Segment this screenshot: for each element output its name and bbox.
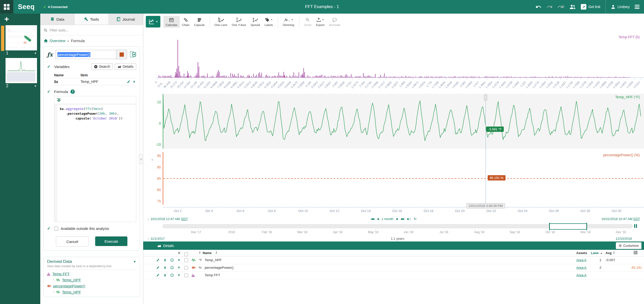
hamburger-menu[interactable] <box>635 4 639 10</box>
step-back-button[interactable]: ◀ <box>377 217 378 221</box>
sort-icon[interactable]: ▲▼ <box>216 251 217 254</box>
bolt-icon[interactable] <box>164 266 167 269</box>
asset-link[interactable]: Area A <box>576 258 587 262</box>
row-checkbox[interactable] <box>184 273 188 277</box>
toolbar-spread-button[interactable]: Spread <box>248 16 262 28</box>
formula-code[interactable]: $a.aggregate(fft(5min) .percentagePower(… <box>57 104 125 222</box>
range-end-link[interactable]: 10/31/2018 10:47 AM <box>601 217 632 221</box>
step-to-end-button[interactable]: ▶❘ <box>407 217 411 221</box>
step-back-fast-button[interactable]: ◀◀ <box>371 217 374 221</box>
export-table-icon[interactable] <box>634 251 637 255</box>
row-checkbox[interactable] <box>184 258 188 262</box>
range-start-link[interactable]: 10/1/2018 12:47 AM <box>151 217 180 221</box>
toolbar-calendar-button[interactable]: Calendar <box>163 16 180 28</box>
toolbar-one-y-axis-button[interactable]: One Y-Axis <box>229 16 248 28</box>
formula-editor[interactable]: $a.aggregate(fft(5min) .percentagePower(… <box>54 96 136 222</box>
range-end-timezone[interactable]: EDT <box>633 217 640 221</box>
column-header-lane[interactable]: Lane <box>591 251 598 255</box>
item-name[interactable]: Temp_HPF <box>205 258 222 262</box>
help-icon[interactable]: ? <box>70 89 75 94</box>
toolbar-chain-button[interactable]: Chain <box>180 16 192 28</box>
derived-item-link[interactable]: Temp_HPF <box>62 278 81 282</box>
info-icon[interactable] <box>170 273 174 277</box>
duration-link[interactable]: 1 month <box>381 217 393 221</box>
derived-item: Temp FFT <box>47 272 136 276</box>
remove-variable-icon[interactable]: × <box>133 79 135 84</box>
display-mode-button[interactable]: ▼ <box>146 16 160 27</box>
range-start-timezone[interactable]: EDT <box>181 217 188 221</box>
trend-chart-area[interactable]: 072.8...36.40924.27318.20414.56412.13610… <box>143 30 644 215</box>
edit-pencil-icon[interactable] <box>127 80 130 83</box>
toolbar-capsule-button[interactable]: Capsule <box>192 16 207 28</box>
asset-link[interactable]: Area A <box>576 266 587 269</box>
timeline-scrubber[interactable] <box>143 222 644 230</box>
remove-icon[interactable]: × <box>178 265 180 269</box>
formula-name-input[interactable]: percentagePower() <box>55 50 116 59</box>
edit-pencil-icon[interactable] <box>156 266 160 269</box>
item-name[interactable]: Temp FFT <box>205 273 220 277</box>
collapse-axis-handle[interactable]: « <box>151 157 153 162</box>
column-header-assets[interactable]: Assets <box>576 251 587 255</box>
worksheet-thumbnail-1[interactable] <box>6 25 37 50</box>
remove-icon[interactable]: × <box>178 273 180 277</box>
breadcrumb-overview-link[interactable]: Overview <box>50 39 65 43</box>
toolbar-one-lane-button[interactable]: One Lane <box>212 16 230 28</box>
row-checkbox[interactable] <box>184 266 188 270</box>
derived-item-link[interactable]: Temp_HPF <box>62 290 81 294</box>
svg-text:1.1745: 1.1745 <box>565 81 573 89</box>
investigate-start-link[interactable]: 11/1/2017 <box>151 237 165 240</box>
info-icon[interactable] <box>170 266 174 269</box>
investigate-range-row: ↑ 11/1/2017 1.1 years 12/10/2018 <box>143 235 644 241</box>
toolbar-dimming-button[interactable]: ▼Dimming <box>280 16 296 28</box>
execute-button[interactable]: Execute <box>95 236 127 246</box>
user-menu[interactable]: Lindsey <box>611 5 630 9</box>
edit-pencil-icon[interactable] <box>156 273 160 277</box>
step-forward-button[interactable]: ▶ <box>396 217 398 221</box>
toolbar-labels-button[interactable]: ▼Labels <box>262 16 275 28</box>
remove-all-icon[interactable]: ✕ <box>178 251 181 255</box>
add-worksheet-button[interactable]: + <box>4 15 40 23</box>
column-header-avg[interactable]: Avg <box>605 251 612 255</box>
svg-text:1.4003: 1.4003 <box>498 81 506 89</box>
chevron-down-icon[interactable]: ▼ <box>34 52 37 55</box>
move-to-journal-icon[interactable] <box>130 51 136 58</box>
asset-link[interactable]: Area A <box>576 273 587 277</box>
chevron-down-icon[interactable]: ▼ <box>34 84 37 87</box>
connection-status[interactable]: ✓ 4 Connected <box>43 5 68 9</box>
derived-item-link[interactable]: percentagePower() <box>53 284 85 288</box>
format-lines-icon[interactable] <box>57 98 61 102</box>
filter-tools-input[interactable]: Filter tools... <box>40 25 143 35</box>
available-outside-checkbox[interactable] <box>54 227 58 231</box>
variable-search-button[interactable]: + Search <box>91 63 113 70</box>
bolt-icon[interactable] <box>164 273 167 277</box>
edit-pencil-icon[interactable] <box>156 258 160 262</box>
tab-data[interactable]: Data <box>40 14 75 25</box>
info-icon[interactable] <box>170 258 174 262</box>
item-name[interactable]: percentagePower() <box>205 266 234 269</box>
refresh-icon[interactable]: ↻ <box>414 217 417 221</box>
remove-icon[interactable]: × <box>178 258 180 262</box>
toolbar-export-button[interactable]: ▼Export <box>314 16 327 28</box>
timeline-selection-window[interactable] <box>549 223 587 230</box>
get-link-button[interactable]: ↗ Get link <box>581 4 600 10</box>
step-forward-fast-button[interactable]: ▶▶ <box>401 217 404 221</box>
timeline-resize-icon[interactable] <box>634 224 637 228</box>
variable-details-button[interactable]: Details <box>115 63 136 70</box>
chevron-down-icon[interactable]: ▼ <box>133 260 136 263</box>
collaborators-button[interactable] <box>569 4 576 9</box>
worksheet-thumbnail-2[interactable] <box>6 58 37 83</box>
undo-button[interactable] <box>535 4 542 10</box>
app-grid-button[interactable] <box>0 0 13 14</box>
sort-icon[interactable]: ▲▼ <box>199 251 201 254</box>
cancel-button[interactable]: Cancel <box>56 236 89 247</box>
collapse-panel-handle[interactable]: « <box>139 154 143 164</box>
color-swatch-button[interactable] <box>116 50 127 59</box>
column-header-name[interactable]: Name <box>203 251 211 255</box>
tab-tools[interactable]: Tools <box>75 14 109 25</box>
investigate-end-link[interactable]: 12/10/2018 <box>616 237 632 240</box>
derived-item-link[interactable]: Temp FFT <box>52 272 69 276</box>
customize-button[interactable]: Customize <box>616 242 641 249</box>
sort-icon[interactable]: ▲▼ <box>613 251 615 254</box>
tab-journal[interactable]: Journal <box>109 14 143 25</box>
bolt-icon[interactable] <box>164 258 167 262</box>
